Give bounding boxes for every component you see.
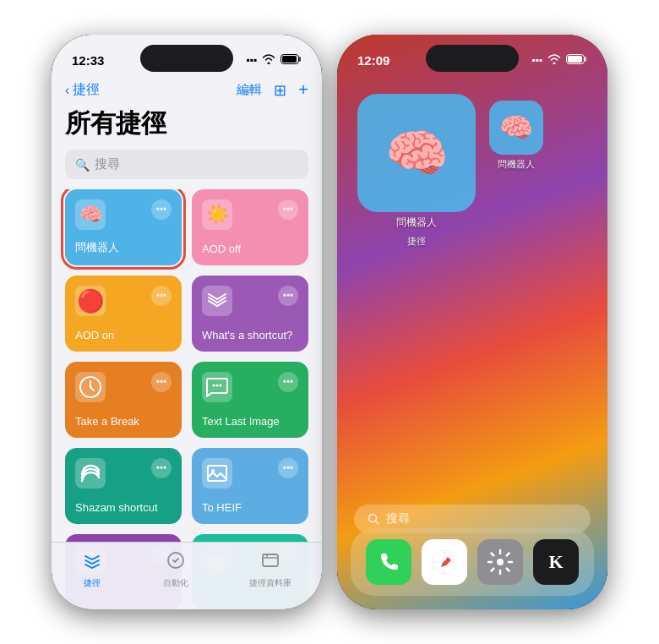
back-button[interactable]: ‹ 捷徑	[65, 81, 100, 99]
more-button-2[interactable]: •••	[278, 199, 298, 220]
chevron-left-icon: ‹	[65, 83, 69, 98]
nav-actions: 編輯 ⊞ +	[237, 80, 308, 100]
search-placeholder-left: 搜尋	[95, 156, 120, 172]
edit-button[interactable]: 編輯	[237, 82, 262, 98]
small-brain-icon: 🧠	[489, 101, 543, 155]
tile-label-6: Text Last Image	[202, 415, 298, 428]
tab-library[interactable]: 捷徑資料庫	[249, 550, 291, 589]
dock-klack-icon[interactable]: K	[533, 539, 579, 585]
tile-label-8: To HEIF	[202, 501, 298, 514]
brain-icon-1: 🧠	[75, 199, 106, 230]
grid-button[interactable]: ⊞	[274, 81, 286, 100]
svg-rect-10	[263, 554, 278, 566]
tile-label-7: Shazam shortcut	[75, 501, 172, 514]
tile-top-4: •••	[202, 286, 298, 316]
svg-rect-12	[568, 56, 582, 63]
tile-top-6: •••	[202, 372, 298, 402]
more-button-6[interactable]: •••	[278, 372, 298, 392]
phone-left: 12:33 ▪▪▪	[52, 35, 322, 609]
automation-tab-icon	[166, 550, 186, 576]
small-icon-ask-robot[interactable]: 🧠 問機器人	[489, 101, 543, 171]
tile-label-5: Take a Break	[75, 415, 172, 428]
more-button-5[interactable]: •••	[151, 372, 172, 392]
siri-icon-3: 🔴	[75, 286, 106, 316]
tile-top-7: •••	[75, 458, 172, 488]
shortcuts-tab-icon	[82, 550, 102, 576]
shortcut-tile-to-heif[interactable]: ••• To HEIF	[192, 448, 308, 524]
add-button[interactable]: +	[298, 80, 308, 100]
signal-icon-right: ▪▪▪	[531, 54, 542, 66]
tile-label-1: 問機器人	[75, 240, 172, 255]
tab-bar-left: 捷徑 自動化	[52, 542, 322, 609]
shortcut-tile-take-break[interactable]: ••• Take a Break	[65, 362, 182, 438]
wifi-icon-left	[262, 54, 275, 67]
screen-left: 12:33 ▪▪▪	[52, 35, 322, 609]
image-icon-8	[202, 458, 232, 488]
more-button-7[interactable]: •••	[151, 458, 172, 478]
shazam-icon-7	[75, 458, 106, 488]
tab-automation[interactable]: 自動化	[163, 550, 188, 589]
nav-bar-left: ‹ 捷徑 編輯 ⊞ +	[52, 77, 322, 106]
status-icons-right: ▪▪▪	[531, 54, 587, 67]
svg-point-5	[220, 385, 222, 387]
more-button-1[interactable]: •••	[151, 199, 172, 220]
tile-top-5: •••	[75, 372, 172, 402]
library-tab-icon	[260, 550, 280, 576]
tile-label-2: AOD off	[202, 243, 298, 255]
widget-row: 🧠 問機器人 捷徑 🧠 問機器人	[357, 94, 587, 248]
shortcut-tile-whats-shortcut[interactable]: ••• What's a shortcut?	[192, 276, 308, 352]
tab-shortcuts-label: 捷徑	[84, 577, 101, 589]
svg-point-4	[216, 385, 219, 387]
more-button-3[interactable]: •••	[151, 286, 172, 306]
more-button-4[interactable]: •••	[278, 286, 298, 306]
tile-top-2: ☀️ •••	[202, 199, 298, 230]
search-icon-home	[368, 513, 379, 525]
large-widget-ask-robot[interactable]: 🧠	[357, 94, 476, 212]
small-icon-label: 問機器人	[498, 158, 535, 171]
dock-safari-icon[interactable]	[422, 539, 467, 585]
battery-icon-left	[280, 54, 302, 67]
tab-automation-label: 自動化	[163, 577, 188, 589]
time-left: 12:33	[72, 53, 104, 68]
shortcut-tile-text-last-image[interactable]: ••• Text Last Image	[192, 362, 308, 438]
svg-point-3	[213, 385, 215, 387]
widget-brain-icon: 🧠	[385, 123, 449, 183]
dynamic-island-left	[140, 45, 233, 72]
folder-label: 捷徑	[407, 235, 426, 248]
phone-right: 12:09 ▪▪▪	[337, 35, 607, 609]
dock-phone-icon[interactable]	[366, 539, 411, 585]
shortcut-tile-aod-on[interactable]: 🔴 ••• AOD on	[65, 276, 182, 352]
back-label: 捷徑	[73, 81, 100, 99]
status-icons-left: ▪▪▪	[246, 54, 302, 67]
svg-point-16	[497, 559, 504, 565]
battery-icon-right	[566, 54, 587, 67]
page-title-left: 所有捷徑	[52, 106, 322, 150]
shortcut-tile-ask-robot[interactable]: 🧠 ••• 問機器人	[65, 189, 182, 265]
widget-label: 問機器人	[396, 216, 437, 230]
signal-icon-left: ▪▪▪	[246, 54, 257, 66]
tile-top-3: 🔴 •••	[75, 286, 172, 316]
home-content: 🧠 問機器人 捷徑 🧠 問機器人	[337, 77, 607, 542]
dock: K	[351, 528, 594, 596]
chat-icon-6	[202, 372, 232, 402]
time-right: 12:09	[357, 53, 389, 68]
search-bar-left[interactable]: 🔍 搜尋	[65, 150, 308, 179]
tile-top-1: 🧠 •••	[75, 199, 172, 230]
dock-settings-icon[interactable]	[477, 539, 523, 585]
svg-rect-6	[208, 466, 226, 481]
tab-library-label: 捷徑資料庫	[249, 577, 291, 589]
phones-container: 12:33 ▪▪▪	[35, 18, 624, 626]
tab-shortcuts[interactable]: 捷徑	[82, 550, 102, 589]
wifi-icon-right	[547, 54, 561, 67]
tile-label-3: AOD on	[75, 329, 172, 341]
dynamic-island-right	[426, 45, 519, 72]
sun-icon-2: ☀️	[202, 199, 232, 230]
shortcut-tile-shazam[interactable]: ••• Shazam shortcut	[65, 448, 182, 524]
shortcut-tile-aod-off[interactable]: ☀️ ••• AOD off	[192, 189, 308, 265]
svg-rect-1	[282, 56, 297, 63]
home-search-text: 搜尋	[386, 511, 410, 527]
more-button-8[interactable]: •••	[278, 458, 298, 478]
layers-icon-4	[202, 286, 232, 316]
search-icon-left: 🔍	[75, 158, 90, 172]
tile-label-4: What's a shortcut?	[202, 329, 298, 341]
